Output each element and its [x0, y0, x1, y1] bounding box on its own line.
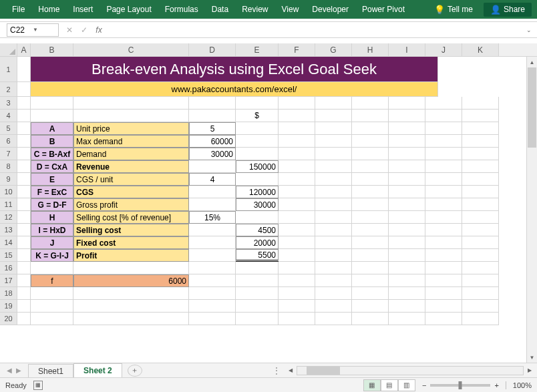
select-all-cell[interactable]: [0, 43, 17, 56]
cell-H19[interactable]: [352, 300, 389, 313]
cell-I3[interactable]: [389, 97, 425, 110]
cell-E10[interactable]: 120000: [236, 186, 279, 198]
cell-B19[interactable]: [31, 300, 73, 313]
cell-D12[interactable]: 15%: [189, 211, 236, 224]
cell-B4[interactable]: [31, 110, 73, 122]
cell-C13[interactable]: Selling cost: [73, 224, 189, 236]
cell-D14[interactable]: [189, 236, 236, 249]
cell-I5[interactable]: [389, 122, 425, 135]
cell-H11[interactable]: [352, 198, 389, 211]
tab-home[interactable]: Home: [31, 0, 66, 19]
cell-A18[interactable]: [17, 287, 31, 300]
cell-G13[interactable]: [315, 224, 352, 236]
cell-K16[interactable]: [462, 262, 499, 274]
cell-E8[interactable]: 150000: [236, 160, 279, 173]
cell-B13[interactable]: I = HxD: [31, 224, 73, 236]
cell-B3[interactable]: [31, 97, 73, 110]
cell-E11[interactable]: 30000: [236, 198, 279, 211]
cell-D6[interactable]: 60000: [189, 135, 236, 148]
cell-E15[interactable]: 5500: [236, 249, 279, 262]
cell-A15[interactable]: [17, 249, 31, 262]
cell-H5[interactable]: [352, 122, 389, 135]
add-sheet-button[interactable]: ＋: [128, 365, 142, 377]
cell-B7[interactable]: C = B-Axf: [31, 148, 73, 160]
cell-J8[interactable]: [425, 160, 462, 173]
row-header-4[interactable]: 4: [0, 110, 17, 122]
sheet-tab-2[interactable]: Sheet 2: [73, 363, 122, 379]
cell-F13[interactable]: [279, 224, 315, 236]
cell-J9[interactable]: [425, 173, 462, 186]
col-header-F[interactable]: F: [279, 43, 315, 56]
cell-F15[interactable]: [279, 249, 315, 262]
hscroll-thumb[interactable]: [307, 367, 340, 375]
cell-F4[interactable]: [279, 110, 315, 122]
tab-split-handle[interactable]: ⋮: [273, 366, 281, 375]
cell-G7[interactable]: [315, 148, 352, 160]
row-header-19[interactable]: 19: [0, 300, 17, 313]
cell-E12[interactable]: [236, 211, 279, 224]
cell-A10[interactable]: [17, 186, 31, 198]
cell-F7[interactable]: [279, 148, 315, 160]
cell-J18[interactable]: [425, 287, 462, 300]
cell-J12[interactable]: [425, 211, 462, 224]
tab-view[interactable]: View: [275, 0, 306, 19]
cell-H10[interactable]: [352, 186, 389, 198]
cell-C14[interactable]: Fixed cost: [73, 236, 189, 249]
cell-A7[interactable]: [17, 148, 31, 160]
cell-C17[interactable]: 6000: [73, 274, 189, 287]
cell-J13[interactable]: [425, 224, 462, 236]
cell-F8[interactable]: [279, 160, 315, 173]
row-header-8[interactable]: 8: [0, 160, 17, 173]
cell-B6[interactable]: B: [31, 135, 73, 148]
cell-F6[interactable]: [279, 135, 315, 148]
sheet-nav-next-icon[interactable]: ▶: [15, 367, 23, 374]
cell-C3[interactable]: [73, 97, 189, 110]
cell-K3[interactable]: [462, 97, 499, 110]
cell-A9[interactable]: [17, 173, 31, 186]
cell-H16[interactable]: [352, 262, 389, 274]
cell-D19[interactable]: [189, 300, 236, 313]
cell-K5[interactable]: [462, 122, 499, 135]
cell-A4[interactable]: [17, 110, 31, 122]
cell-B12[interactable]: H: [31, 211, 73, 224]
row-header-9[interactable]: 9: [0, 173, 17, 186]
cell-A5[interactable]: [17, 122, 31, 135]
cell-C10[interactable]: CGS: [73, 186, 189, 198]
row-header-10[interactable]: 10: [0, 186, 17, 198]
cell-I13[interactable]: [389, 224, 425, 236]
cell-I14[interactable]: [389, 236, 425, 249]
tab-developer[interactable]: Developer: [305, 0, 355, 19]
row-header-3[interactable]: 3: [0, 97, 17, 110]
cell-H6[interactable]: [352, 135, 389, 148]
cell-D10[interactable]: [189, 186, 236, 198]
cell-K10[interactable]: [462, 186, 499, 198]
cell-I12[interactable]: [389, 211, 425, 224]
cell-J6[interactable]: [425, 135, 462, 148]
cell-J14[interactable]: [425, 236, 462, 249]
cell-K4[interactable]: [462, 110, 499, 122]
cell-G5[interactable]: [315, 122, 352, 135]
row-header-11[interactable]: 11: [0, 198, 17, 211]
cell-J17[interactable]: [425, 274, 462, 287]
cell-E17[interactable]: [236, 274, 279, 287]
col-header-G[interactable]: G: [315, 43, 352, 56]
cell-F17[interactable]: [279, 274, 315, 287]
cell-I16[interactable]: [389, 262, 425, 274]
cell-A3[interactable]: [17, 97, 31, 110]
cell-A1[interactable]: [17, 57, 31, 82]
cell-E7[interactable]: [236, 148, 279, 160]
cell-D5[interactable]: 5: [189, 122, 236, 135]
scroll-thumb[interactable]: [528, 67, 536, 148]
sheet-nav-prev-icon[interactable]: ◀: [5, 367, 13, 374]
cell-F12[interactable]: [279, 211, 315, 224]
cell-G14[interactable]: [315, 236, 352, 249]
cancel-formula-icon[interactable]: ✕: [63, 23, 76, 37]
cell-K13[interactable]: [462, 224, 499, 236]
cell-D3[interactable]: [189, 97, 236, 110]
fx-icon[interactable]: fx: [92, 23, 106, 37]
cell-C11[interactable]: Gross profit: [73, 198, 189, 211]
zoom-out-button[interactable]: −: [422, 381, 426, 389]
cell-D16[interactable]: [189, 262, 236, 274]
cell-J5[interactable]: [425, 122, 462, 135]
formula-bar-expand-icon[interactable]: ⌄: [525, 27, 537, 33]
